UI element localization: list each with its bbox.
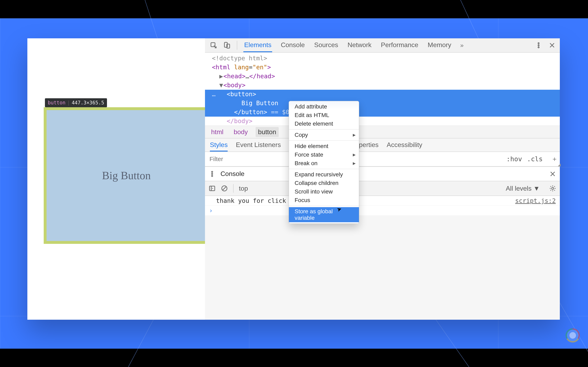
cls-toggle[interactable]: .cls [527, 155, 543, 163]
context-menu-item-expand-recursively[interactable]: Expand recursively [289, 170, 359, 179]
context-menu-item-break-on[interactable]: Break on [289, 159, 359, 167]
dom-ref: == $0 [267, 108, 289, 116]
devtools-tab-memory[interactable]: Memory [427, 38, 452, 52]
console-prompt[interactable]: › [205, 206, 560, 215]
console-settings-icon[interactable] [549, 185, 556, 192]
context-menu-separator [289, 141, 359, 141]
disclosure-triangle-icon[interactable]: ▼ [219, 81, 223, 90]
disclosure-triangle-icon[interactable]: ▶ [219, 72, 223, 81]
devtools-tab-network[interactable]: Network [347, 38, 372, 52]
dom-doctype: <!doctype html> [212, 55, 267, 62]
context-menu-item-add-attribute[interactable]: Add attribute [289, 102, 359, 111]
dom-body-open: <body> [223, 82, 245, 89]
devtools-pane: ElementsConsoleSourcesNetworkPerformance… [205, 38, 560, 320]
context-menu-item-delete-element[interactable]: Delete element [289, 119, 359, 128]
svg-point-4 [538, 45, 539, 46]
more-tabs-glyph: » [460, 42, 464, 49]
toggle-sidebar-icon[interactable] [209, 185, 216, 192]
page-viewport: button|447.3×365.5 Big Button [27, 38, 205, 320]
dom-head: <head>…</head> [223, 73, 275, 80]
console-levels-label: All levels ▼ [506, 185, 540, 192]
svg-point-11 [552, 187, 554, 189]
hov-toggle[interactable]: :hov [506, 155, 522, 163]
styles-filter-row: :hov .cls ＋ [205, 152, 560, 167]
styles-tab-accessibility[interactable]: Accessibility [387, 141, 422, 151]
svg-point-7 [212, 173, 213, 175]
svg-point-8 [212, 175, 213, 176]
slide-background: button|447.3×365.5 Big Button ElementsCo… [0, 18, 588, 349]
dom-html-open: <html lang="en"> [212, 64, 271, 71]
styles-tab-event-listeners[interactable]: Event Listeners [236, 141, 281, 151]
more-tabs-icon[interactable]: » [458, 42, 466, 49]
console-log-row[interactable]: thank you for click script.js:2 [205, 196, 560, 206]
chrome-logo-icon [566, 328, 580, 342]
devtools-tabs: ElementsConsoleSourcesNetworkPerformance… [243, 38, 452, 52]
devtools-tab-elements[interactable]: Elements [243, 38, 272, 52]
console-drawer-header: Console [205, 167, 560, 181]
console-levels-selector[interactable]: All levels ▼ [506, 185, 540, 192]
styles-subtabs: StylesEvent ListenersDOM BreakpointsProp… [205, 138, 560, 152]
elements-context-menu[interactable]: Add attributeEdit as HTMLDelete elementC… [289, 101, 359, 224]
inspect-element-icon[interactable] [210, 42, 217, 49]
elements-dom-tree[interactable]: <!doctype html> <html lang="en"> ▶<head>… [205, 53, 560, 126]
device-toggle-icon[interactable] [223, 42, 231, 49]
console-output: thank you for click script.js:2 › [205, 196, 560, 215]
kebab-menu-icon[interactable] [535, 42, 542, 49]
svg-point-6 [212, 171, 213, 173]
console-log-text: thank you for click [216, 197, 286, 204]
context-menu-item-scroll-into-view[interactable]: Scroll into view [289, 187, 359, 196]
styles-tab-styles[interactable]: Styles [210, 141, 228, 151]
page-big-button[interactable]: Big Button [44, 107, 209, 244]
tooltip-tag: button [48, 100, 66, 106]
toolbar-divider [233, 184, 233, 193]
context-menu-item-store-as-global-variable[interactable]: Store as global variable [289, 207, 359, 222]
clear-console-icon[interactable] [221, 185, 228, 192]
devtools-tab-console[interactable]: Console [280, 38, 305, 52]
dom-selected-node[interactable]: … <button> Big Button </button> == $0 [205, 90, 560, 117]
svg-point-3 [538, 43, 539, 44]
console-toolbar: top All levels ▼ [205, 181, 560, 196]
devtools-toolbar: ElementsConsoleSourcesNetworkPerformance… [205, 38, 560, 53]
inspect-tooltip: button|447.3×365.5 [45, 98, 107, 107]
console-drawer-title: Console [221, 170, 244, 178]
devtools-tab-performance[interactable]: Performance [380, 38, 419, 52]
devtools-tab-sources[interactable]: Sources [313, 38, 339, 52]
toolbar-divider [237, 41, 237, 50]
dom-button-text: Big Button [242, 100, 278, 107]
context-menu-item-hide-element[interactable]: Hide element [289, 142, 359, 150]
tooltip-dims: 447.3×365.5 [72, 100, 104, 106]
console-context-selector[interactable]: top [239, 185, 248, 192]
context-menu-item-copy[interactable]: Copy [289, 131, 359, 139]
close-devtools-icon[interactable] [548, 42, 556, 49]
dom-button-close: </button> [234, 108, 267, 116]
breadcrumb-body[interactable]: body [231, 127, 250, 137]
console-log-source[interactable]: script.js:2 [515, 197, 556, 204]
big-button-label: Big Button [102, 169, 151, 182]
close-drawer-icon[interactable] [549, 170, 556, 177]
dom-body-close: </body> [227, 117, 252, 125]
breadcrumb-html[interactable]: html [209, 127, 226, 137]
prompt-glyph: › [209, 207, 213, 214]
svg-point-5 [538, 47, 539, 48]
new-style-rule-icon[interactable]: ＋ [551, 155, 558, 164]
context-menu-item-collapse-children[interactable]: Collapse children [289, 179, 359, 187]
context-menu-item-force-state[interactable]: Force state [289, 150, 359, 159]
context-menu-item-edit-as-html[interactable]: Edit as HTML [289, 111, 359, 119]
context-menu-item-focus[interactable]: Focus [289, 196, 359, 205]
dom-button-open: <button> [227, 91, 256, 98]
breadcrumb-button[interactable]: button [256, 127, 279, 137]
elements-breadcrumb: htmlbodybutton [205, 126, 560, 138]
drawer-kebab-icon[interactable] [209, 170, 216, 177]
